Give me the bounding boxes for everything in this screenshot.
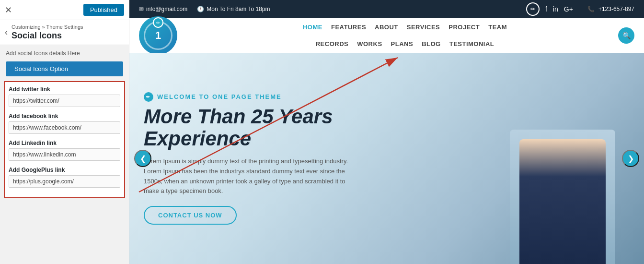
topbar-left: ✉ info@gmail.com 🕐 Mon To Fri 8am To 18p… [139,6,512,12]
facebook-social-icon[interactable]: f [545,5,547,13]
googleplus-social-icon[interactable]: G+ [564,5,573,13]
linkedin-social-icon[interactable]: in [553,5,558,13]
email-item: ✉ info@gmail.com [139,6,187,12]
site-preview: ✉ info@gmail.com 🕐 Mon To Fri 8am To 18p… [129,0,644,264]
hero-man-image [510,130,615,264]
hours-text: Mon To Fri 8am To 18pm [207,6,270,12]
search-icon: 🔍 [622,32,631,39]
nav-works[interactable]: WORKS [357,40,382,48]
googleplus-field-group: Add GooglePlus link [9,167,120,188]
linkedin-label: Add Linkedin link [9,140,120,146]
customizer-panel: ✕ Published ‹ Customizing » Theme Settin… [0,0,129,264]
googleplus-input[interactable] [9,175,120,188]
facebook-label: Add facebook link [9,113,120,120]
hero-title: More Than 25 Years Experience [144,106,407,150]
site-topbar: ✉ info@gmail.com 🕐 Mon To Fri 8am To 18p… [129,0,644,18]
contact-button[interactable]: CONTACT US NOW [144,206,237,225]
edit-icon-circle[interactable]: ✏ [526,2,540,16]
panel-title: Social Icons [12,31,83,41]
topbar-center: ✏ f in G+ [526,2,573,16]
nav-about[interactable]: ABOUT [375,24,398,31]
nav-plans[interactable]: PLANS [391,40,414,48]
social-fields-container: Add twitter link Add facebook link Add L… [4,81,125,198]
nav-home[interactable]: HOME [303,24,322,31]
twitter-input[interactable] [9,95,120,107]
nav-services[interactable]: SERVICES [407,24,440,31]
facebook-field-group: Add facebook link [9,113,120,134]
panel-top-bar: ✕ Published [0,0,129,20]
nav-records[interactable]: RECORDS [316,40,349,48]
googleplus-label: Add GooglePlus link [9,167,120,173]
hours-item: 🕐 Mon To Fri 8am To 18pm [197,6,270,12]
twitter-label: Add twitter link [9,86,120,93]
panel-nav: ‹ Customizing » Theme Settings Social Ic… [0,20,129,45]
linkedin-input[interactable] [9,148,120,161]
published-button[interactable]: Published [83,4,124,16]
nav-links: HOME FEATURES ABOUT SERVICES PROJECT TEA… [192,24,618,48]
back-button[interactable]: ‹ [5,27,8,37]
nav-blog[interactable]: BLOG [422,40,441,48]
nav-team[interactable]: TEAM [488,24,507,31]
close-button[interactable]: ✕ [5,5,12,15]
topbar-right: 📞 +123-657-897 [587,6,634,12]
nav-features[interactable]: FEATURES [331,24,366,31]
hero-text: Lorem Ipsum is simply dummy text of the … [144,156,355,196]
hero-section: ✏ WELCOME TO ONE PAGE THEME More Than 25… [129,53,644,264]
email-icon: ✉ [139,6,144,12]
nav-row-bottom: RECORDS WORKS PLANS BLOG TESTIMONIAL [316,40,494,48]
hero-subtitle: ✏ WELCOME TO ONE PAGE THEME [144,92,407,102]
hero-pencil-icon: ✏ [144,92,153,102]
hero-next-button[interactable]: ❯ [622,150,639,167]
site-logo: ✏ 1 [139,16,177,55]
phone-icon: 📞 [587,6,595,12]
nav-project[interactable]: PROJECT [448,24,480,31]
breadcrumb-customizing: Customizing [12,24,41,30]
site-nav: ✏ 1 HOME FEATURES ABOUT SERVICES PROJECT… [129,18,644,53]
linkedin-field-group: Add Linkedin link [9,140,120,161]
breadcrumb-theme-settings: Theme Settings [46,24,83,30]
nav-testimonial[interactable]: TESTIMONIAL [449,40,494,48]
pencil-icon: ✏ [530,6,535,12]
phone-number: +123-657-897 [598,6,634,12]
man-figure [519,139,606,264]
email-text: info@gmail.com [146,6,187,12]
logo-number: 1 [155,29,161,42]
hero-subtitle-text: WELCOME TO ONE PAGE THEME [157,93,282,100]
twitter-field-group: Add twitter link [9,86,120,107]
facebook-input[interactable] [9,121,120,134]
logo-pencil-icon: ✏ [153,17,163,28]
nav-row-top: HOME FEATURES ABOUT SERVICES PROJECT TEA… [303,24,507,31]
search-button[interactable]: 🔍 [618,27,634,44]
hero-content: ✏ WELCOME TO ONE PAGE THEME More Than 25… [144,92,407,225]
breadcrumb: Customizing » Theme Settings [12,24,83,30]
social-icons-option-button[interactable]: Social Icons Option [6,61,123,76]
clock-icon: 🕐 [197,6,204,12]
hero-prev-button[interactable]: ❮ [134,150,151,167]
panel-description: Add social Icons details Here [0,45,129,60]
